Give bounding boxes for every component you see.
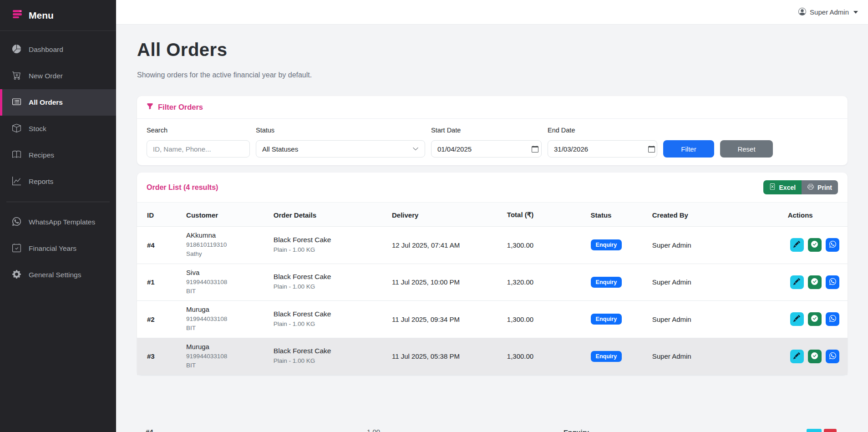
cutoff-text-fragment: 1.00 bbox=[367, 428, 394, 432]
start-date-input[interactable] bbox=[431, 140, 542, 158]
confirm-order-button[interactable] bbox=[808, 350, 822, 363]
whatsapp-message-button[interactable] bbox=[826, 350, 839, 363]
sidebar-brand[interactable]: Menu bbox=[0, 0, 116, 31]
customer-name: Muruga bbox=[186, 343, 263, 351]
whatsapp-icon bbox=[829, 315, 836, 323]
column-header-customer: Customer bbox=[181, 203, 268, 227]
pencil-icon bbox=[793, 315, 800, 323]
customer-phone: 919944033108 bbox=[186, 315, 263, 324]
check-circle-icon bbox=[811, 278, 818, 286]
confirm-order-button[interactable] bbox=[808, 238, 822, 252]
sidebar-item-label: WhatsApp Templates bbox=[29, 218, 95, 226]
person-circle-icon bbox=[798, 8, 806, 17]
customer-name: Muruga bbox=[186, 305, 263, 313]
sidebar-item-recipes[interactable]: Recipes bbox=[0, 142, 116, 168]
page-subtitle: Showing orders for the active financial … bbox=[137, 71, 848, 79]
table-row[interactable]: #3 Muruga 919944033108 BIT Black Forest … bbox=[137, 338, 848, 375]
card-list-icon bbox=[12, 97, 21, 108]
created-by-cell: Super Admin bbox=[647, 338, 782, 375]
whatsapp-icon bbox=[829, 278, 836, 286]
cutoff-edit-button[interactable] bbox=[807, 429, 822, 432]
order-list-card: Order List (4 results) Excel Print bbox=[137, 173, 848, 375]
sidebar-item-general-settings[interactable]: General Settings bbox=[0, 262, 116, 288]
actions-cell bbox=[782, 227, 848, 264]
start-date-label: Start Date bbox=[431, 127, 542, 134]
check-circle-icon bbox=[811, 315, 818, 323]
actions-cell bbox=[782, 264, 848, 301]
sidebar-item-reports[interactable]: Reports bbox=[0, 168, 116, 195]
sidebar-divider bbox=[6, 202, 110, 202]
topbar: Super Admin bbox=[116, 0, 868, 25]
start-date-value[interactable] bbox=[437, 145, 528, 153]
orders-table: ID Customer Order Details Delivery Total… bbox=[137, 203, 848, 375]
order-details-cell: Black Forest Cake Plain - 1.00 KG bbox=[268, 264, 386, 301]
printer-icon bbox=[807, 183, 814, 191]
end-date-value[interactable] bbox=[554, 145, 645, 153]
table-row[interactable]: #2 Muruga 919944033108 BIT Black Forest … bbox=[137, 301, 848, 338]
sidebar-item-label: General Settings bbox=[29, 271, 81, 279]
sidebar-item-all-orders[interactable]: All Orders bbox=[0, 89, 116, 116]
pie-chart-icon bbox=[12, 45, 21, 55]
end-date-input[interactable] bbox=[548, 140, 657, 158]
column-header-total: Total (₹) bbox=[502, 203, 585, 227]
search-input[interactable] bbox=[147, 140, 250, 158]
excel-export-button[interactable]: Excel bbox=[763, 180, 802, 194]
status-cell: Enquiry bbox=[585, 301, 647, 338]
reset-button[interactable]: Reset bbox=[720, 140, 773, 158]
main-area: Super Admin All Orders Showing orders fo… bbox=[116, 0, 868, 432]
delivery-cell: 12 Jul 2025, 07:41 AM bbox=[386, 227, 502, 264]
table-row[interactable]: #4 AKkumna 918610119310 Sathy Black Fore… bbox=[137, 227, 848, 264]
user-menu-dropdown[interactable]: Super Admin bbox=[798, 8, 858, 17]
order-id: #4 bbox=[137, 227, 181, 264]
filter-card-body: Search Status All Statuses Start Date bbox=[137, 119, 848, 165]
customer-phone: 919944033108 bbox=[186, 352, 263, 361]
sidebar-item-financial-years[interactable]: Financial Years bbox=[0, 235, 116, 262]
end-date-field-group: End Date bbox=[548, 127, 657, 158]
sidebar-item-label: All Orders bbox=[29, 98, 63, 107]
sidebar-item-dashboard[interactable]: Dashboard bbox=[0, 36, 116, 63]
order-item-detail: Plain - 1.00 KG bbox=[274, 245, 381, 254]
column-header-delivery: Delivery bbox=[386, 203, 502, 227]
filter-button[interactable]: Filter bbox=[663, 140, 714, 158]
status-badge: Enquiry bbox=[591, 351, 622, 362]
table-row[interactable]: #1 Siva 919944033108 BIT Black Forest Ca… bbox=[137, 264, 848, 301]
status-select-value: All Statuses bbox=[262, 145, 298, 153]
sidebar-item-stock[interactable]: Stock bbox=[0, 116, 116, 142]
confirm-order-button[interactable] bbox=[808, 275, 822, 289]
print-button[interactable]: Print bbox=[802, 180, 838, 194]
delivery-cell: 11 Jul 2025, 05:38 PM bbox=[386, 338, 502, 375]
order-item-detail: Plain - 1.00 KG bbox=[274, 282, 381, 291]
customer-name: Siva bbox=[186, 269, 263, 276]
actions-cell bbox=[782, 301, 848, 338]
calendar-icon[interactable] bbox=[648, 146, 655, 152]
edit-order-button[interactable] bbox=[790, 312, 804, 326]
sidebar-item-new-order[interactable]: New Order bbox=[0, 63, 116, 89]
cart-plus-icon bbox=[12, 71, 21, 81]
customer-phone: 918610119310 bbox=[186, 240, 263, 249]
order-item-detail: Plain - 1.00 KG bbox=[274, 356, 381, 366]
page-title: All Orders bbox=[137, 39, 848, 60]
cutoff-delete-button[interactable] bbox=[824, 429, 837, 432]
chevron-down-icon bbox=[412, 146, 419, 152]
calendar-icon[interactable] bbox=[532, 146, 538, 152]
edit-order-button[interactable] bbox=[790, 238, 804, 252]
order-item-detail: Plain - 1.00 KG bbox=[274, 320, 381, 329]
search-label: Search bbox=[147, 127, 250, 134]
status-select[interactable]: All Statuses bbox=[256, 140, 425, 158]
edit-order-button[interactable] bbox=[790, 350, 804, 363]
whatsapp-icon bbox=[12, 217, 21, 228]
whatsapp-message-button[interactable] bbox=[826, 238, 839, 252]
sidebar-item-label: Dashboard bbox=[29, 46, 63, 54]
sidebar-item-whatsapp-templates[interactable]: WhatsApp Templates bbox=[0, 209, 116, 235]
confirm-order-button[interactable] bbox=[808, 312, 822, 326]
edit-order-button[interactable] bbox=[790, 275, 804, 289]
whatsapp-icon bbox=[829, 241, 836, 249]
cutoff-text-fragment: #4 bbox=[146, 428, 164, 432]
order-id: #1 bbox=[137, 264, 181, 301]
total-cell: 1,300.00 bbox=[502, 301, 585, 338]
whatsapp-message-button[interactable] bbox=[826, 275, 839, 289]
whatsapp-message-button[interactable] bbox=[826, 312, 839, 326]
column-header-status: Status bbox=[585, 203, 647, 227]
book-icon bbox=[12, 150, 21, 161]
menu-brand-icon bbox=[12, 9, 23, 22]
